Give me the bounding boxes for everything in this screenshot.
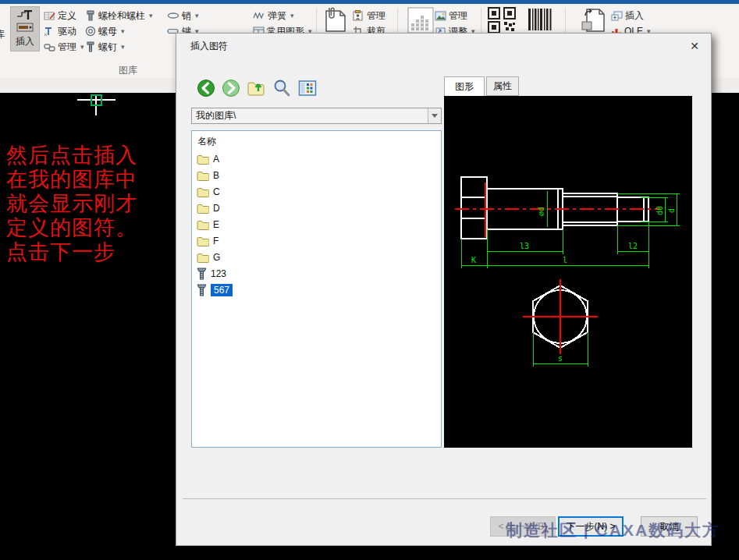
dim-d-label: d xyxy=(667,208,676,213)
folder-name: F xyxy=(213,236,219,246)
library-path-combobox[interactable]: 我的图库\ xyxy=(191,108,442,124)
list-item-folder[interactable]: C xyxy=(197,184,220,200)
image-grid-icon xyxy=(407,6,435,34)
folder-name: D xyxy=(213,203,220,214)
screw-label: 螺钉 xyxy=(98,41,117,54)
back-icon xyxy=(197,79,215,97)
drive-icon xyxy=(44,27,55,37)
annotation-line: 在我的图库中 xyxy=(6,167,137,191)
app-window: 库 插入 定义 驱动 xyxy=(0,0,739,560)
screw-symbol-icon xyxy=(197,268,207,280)
manage-icon xyxy=(44,42,55,52)
ribbon-group-label: 图库 xyxy=(100,64,156,77)
ribbon-spring-button[interactable]: 弹簧 xyxy=(253,9,294,23)
annotation-line: 定义的图符。 xyxy=(6,215,137,239)
library-path-value: 我的图库\ xyxy=(192,109,428,122)
spring-label: 弹簧 xyxy=(268,9,286,23)
insert-symbol-dialog: 插入图符 xyxy=(176,33,712,546)
nut-label: 螺母 xyxy=(98,25,117,38)
folder-icon xyxy=(197,171,209,181)
folder-icon xyxy=(197,236,209,246)
view-grid-icon xyxy=(298,79,317,97)
symbol-name: 123 xyxy=(211,268,226,279)
spring-icon xyxy=(253,11,265,20)
paperclip-document-icon xyxy=(322,6,350,34)
search-icon xyxy=(272,79,291,97)
define-icon xyxy=(44,11,55,21)
ribbon-define-button[interactable]: 定义 xyxy=(44,9,76,23)
ribbon-screw-button[interactable]: 螺钉 xyxy=(85,40,125,54)
dim-s-label: s xyxy=(558,354,563,363)
insert-symbol-icon xyxy=(15,10,35,34)
ole-insert-button[interactable]: 插入 xyxy=(611,9,644,23)
combobox-dropdown-icon[interactable] xyxy=(428,108,441,123)
dialog-title: 插入图符 xyxy=(190,40,228,53)
clipped-group-label: 库 xyxy=(0,28,5,41)
pin-label: 销 xyxy=(182,9,191,23)
view-mode-button[interactable] xyxy=(298,79,317,97)
symbol-list-panel[interactable]: 名称 A B C D E F xyxy=(191,130,442,448)
pickbox-cursor xyxy=(91,94,102,106)
tab-graphic[interactable]: 图形 xyxy=(444,76,485,96)
ribbon-nut-button[interactable]: 螺母 xyxy=(85,24,125,38)
folder-icon xyxy=(197,187,209,197)
dim-d0-label: d0 xyxy=(656,206,664,215)
list-item-folder[interactable]: G xyxy=(197,250,220,265)
forward-button[interactable] xyxy=(222,79,240,97)
dim-l-label: l xyxy=(563,256,567,264)
manage-label: 管理 xyxy=(58,41,76,54)
symbol-name: 567 xyxy=(211,284,233,296)
insert-symbol-big-button[interactable]: 插入 xyxy=(10,6,40,51)
folder-icon xyxy=(197,204,209,214)
document-arrow-icon xyxy=(579,6,607,34)
define-label: 定义 xyxy=(58,9,76,23)
folder-name: E xyxy=(213,219,219,230)
image-manage-label: 管理 xyxy=(449,9,467,23)
forward-icon xyxy=(222,79,240,97)
nut-icon xyxy=(85,26,96,37)
symbol-preview-pane: l3 l2 K l ⌀d d0 d s xyxy=(444,96,692,448)
ole-insert-label: 插入 xyxy=(625,9,644,23)
back-button[interactable] xyxy=(197,79,215,97)
folder-name: B xyxy=(213,170,219,181)
list-item-folder[interactable]: E xyxy=(197,217,219,232)
list-item-folder[interactable]: D xyxy=(197,200,220,216)
list-item-symbol-selected[interactable]: 567 xyxy=(197,282,233,298)
up-level-button[interactable] xyxy=(247,79,265,97)
ribbon-bolt-button[interactable]: 螺栓和螺柱 xyxy=(85,9,153,23)
dim-k-label: K xyxy=(471,256,476,264)
annotation-line: 点击下一步 xyxy=(6,239,137,264)
bolt-icon xyxy=(85,10,96,21)
barcode-icon xyxy=(528,6,552,34)
drive-label: 驱动 xyxy=(58,25,76,38)
list-item-folder[interactable]: A xyxy=(197,151,219,167)
ole-insert-icon xyxy=(611,11,623,21)
close-icon[interactable] xyxy=(686,37,703,55)
list-item-folder[interactable]: B xyxy=(197,168,219,183)
folder-icon xyxy=(197,154,209,165)
tab-graphic-label: 图形 xyxy=(455,80,474,94)
tutorial-annotation: 然后点击插入 在我的图库中 就会显示刚才 定义的图符。 点击下一步 xyxy=(6,143,137,264)
folder-name: C xyxy=(213,186,220,197)
annotation-line: 就会显示刚才 xyxy=(6,191,137,215)
dim-l2-label: l2 xyxy=(628,242,638,250)
list-item-symbol[interactable]: 123 xyxy=(197,266,226,282)
folder-up-icon xyxy=(247,79,265,97)
dim-phid-label: ⌀d xyxy=(537,207,545,216)
folder-icon xyxy=(197,253,209,263)
clipboard-manage-button[interactable]: 管理 xyxy=(353,9,385,23)
dialog-separator xyxy=(183,498,706,499)
qr-code-icon xyxy=(487,6,523,34)
ribbon-drive-button[interactable]: 驱动 xyxy=(44,24,76,38)
ribbon-pin-button[interactable]: 销 xyxy=(167,9,199,23)
tab-attributes[interactable]: 属性 xyxy=(486,76,519,96)
clipboard-person-icon xyxy=(353,10,364,21)
image-icon xyxy=(435,11,446,21)
screw-icon xyxy=(85,41,96,52)
image-manage-button[interactable]: 管理 xyxy=(435,9,467,23)
ribbon-manage-button[interactable]: 管理 xyxy=(44,40,84,54)
search-button[interactable] xyxy=(272,79,291,97)
list-item-folder[interactable]: F xyxy=(197,233,219,249)
tab-attributes-label: 属性 xyxy=(493,80,512,93)
clipboard-manage-label: 管理 xyxy=(367,9,385,23)
